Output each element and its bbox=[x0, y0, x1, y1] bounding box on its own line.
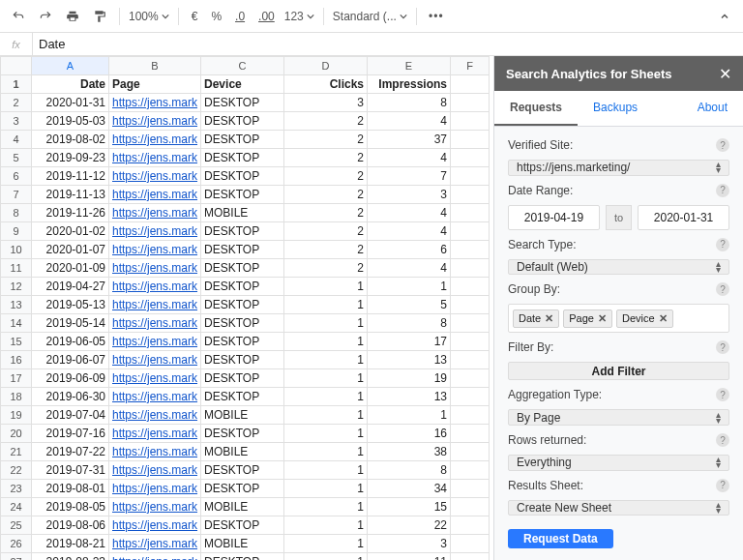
cell[interactable] bbox=[451, 443, 490, 461]
cell[interactable]: 34 bbox=[368, 480, 451, 498]
cell[interactable]: 3 bbox=[368, 535, 451, 553]
cell[interactable] bbox=[451, 167, 490, 186]
cell[interactable]: 2019-09-23 bbox=[32, 149, 109, 167]
group-by-chip[interactable]: Date✕ bbox=[513, 309, 559, 328]
cell[interactable] bbox=[451, 388, 490, 406]
chip-remove-icon[interactable]: ✕ bbox=[659, 312, 668, 325]
help-icon[interactable]: ? bbox=[716, 238, 729, 251]
row-header[interactable]: 21 bbox=[1, 443, 32, 461]
cell[interactable] bbox=[451, 333, 490, 351]
help-icon[interactable]: ? bbox=[716, 138, 729, 152]
cell[interactable]: DESKTOP bbox=[201, 112, 284, 131]
cell[interactable]: 2019-06-30 bbox=[32, 388, 109, 406]
cell[interactable]: 1 bbox=[284, 425, 368, 443]
rows-returned-select[interactable]: Everything▴▾ bbox=[508, 455, 729, 471]
cell[interactable]: DESKTOP bbox=[201, 131, 284, 149]
cell[interactable]: DESKTOP bbox=[201, 333, 284, 351]
cell[interactable]: 1 bbox=[284, 443, 368, 461]
row-header[interactable]: 17 bbox=[1, 369, 32, 388]
cell[interactable]: 2019-08-23 bbox=[32, 553, 109, 561]
cell[interactable]: MOBILE bbox=[201, 535, 284, 553]
cell[interactable]: 22 bbox=[368, 516, 451, 535]
cell[interactable]: 2 bbox=[284, 204, 368, 222]
undo-icon[interactable] bbox=[8, 6, 29, 27]
row-header[interactable]: 3 bbox=[1, 112, 32, 131]
cell[interactable]: 1 bbox=[284, 535, 368, 553]
page-link[interactable]: https://jens.mark bbox=[112, 261, 197, 275]
header-cell[interactable]: Device bbox=[201, 75, 284, 94]
cell[interactable]: https://jens.mark bbox=[109, 296, 201, 314]
cell[interactable]: 8 bbox=[368, 314, 451, 333]
cell[interactable]: 19 bbox=[368, 369, 451, 388]
cell[interactable]: DESKTOP bbox=[201, 516, 284, 535]
row-header[interactable]: 19 bbox=[1, 406, 32, 425]
cell[interactable] bbox=[451, 369, 490, 388]
cell[interactable]: DESKTOP bbox=[201, 314, 284, 333]
page-link[interactable]: https://jens.mark bbox=[112, 463, 197, 477]
cell[interactable]: https://jens.mark bbox=[109, 204, 201, 222]
cell[interactable]: DESKTOP bbox=[201, 167, 284, 186]
cell[interactable] bbox=[451, 535, 490, 553]
help-icon[interactable]: ? bbox=[716, 184, 729, 197]
cell[interactable]: MOBILE bbox=[201, 204, 284, 222]
cell[interactable]: 2019-04-27 bbox=[32, 278, 109, 296]
page-link[interactable]: https://jens.mark bbox=[112, 390, 197, 403]
cell[interactable]: https://jens.mark bbox=[109, 369, 201, 388]
cell[interactable]: https://jens.mark bbox=[109, 461, 201, 480]
cell[interactable]: 1 bbox=[284, 296, 368, 314]
cell[interactable]: 1 bbox=[284, 516, 368, 535]
cell[interactable]: 5 bbox=[368, 296, 451, 314]
group-by-chips[interactable]: Date✕Page✕Device✕ bbox=[508, 304, 729, 333]
cell[interactable]: DESKTOP bbox=[201, 553, 284, 561]
page-link[interactable]: https://jens.mark bbox=[112, 114, 197, 128]
cell[interactable]: 2019-07-04 bbox=[32, 406, 109, 425]
cell[interactable] bbox=[451, 351, 490, 369]
cell[interactable]: 2019-08-21 bbox=[32, 535, 109, 553]
cell[interactable]: 2020-01-09 bbox=[32, 259, 109, 278]
cell[interactable]: https://jens.mark bbox=[109, 314, 201, 333]
cell[interactable]: 2019-07-16 bbox=[32, 425, 109, 443]
cell[interactable]: https://jens.mark bbox=[109, 186, 201, 204]
cell[interactable] bbox=[451, 94, 490, 112]
cell[interactable]: 13 bbox=[368, 351, 451, 369]
cell[interactable] bbox=[451, 553, 490, 561]
cell[interactable]: 2019-06-07 bbox=[32, 351, 109, 369]
cell[interactable]: https://jens.mark bbox=[109, 480, 201, 498]
cell[interactable]: 4 bbox=[368, 112, 451, 131]
cell[interactable] bbox=[451, 498, 490, 516]
cell[interactable]: 2 bbox=[284, 149, 368, 167]
results-sheet-select[interactable]: Create New Sheet▴▾ bbox=[508, 500, 729, 516]
cell[interactable]: 1 bbox=[284, 461, 368, 480]
header-cell[interactable]: Impressions bbox=[368, 75, 451, 94]
cell[interactable]: DESKTOP bbox=[201, 259, 284, 278]
row-header[interactable]: 16 bbox=[1, 351, 32, 369]
cell[interactable]: 1 bbox=[284, 388, 368, 406]
col-header-B[interactable]: B bbox=[109, 57, 201, 75]
cell[interactable]: https://jens.mark bbox=[109, 241, 201, 259]
page-link[interactable]: https://jens.mark bbox=[112, 188, 197, 201]
cell[interactable] bbox=[451, 406, 490, 425]
row-header[interactable]: 22 bbox=[1, 461, 32, 480]
cell[interactable]: 7 bbox=[368, 167, 451, 186]
header-cell[interactable]: Date bbox=[32, 75, 109, 94]
cell[interactable]: https://jens.mark bbox=[109, 406, 201, 425]
page-link[interactable]: https://jens.mark bbox=[112, 537, 197, 550]
cell[interactable]: 2 bbox=[284, 259, 368, 278]
row-header[interactable]: 9 bbox=[1, 222, 32, 241]
cell[interactable] bbox=[451, 222, 490, 241]
row-header[interactable]: 20 bbox=[1, 425, 32, 443]
add-filter-button[interactable]: Add Filter bbox=[508, 362, 729, 380]
cell[interactable]: https://jens.mark bbox=[109, 388, 201, 406]
tab-backups[interactable]: Backups bbox=[578, 91, 653, 126]
cell[interactable] bbox=[451, 149, 490, 167]
page-link[interactable]: https://jens.mark bbox=[112, 427, 197, 440]
cell[interactable]: 1 bbox=[284, 278, 368, 296]
row-header[interactable]: 15 bbox=[1, 333, 32, 351]
currency-format-button[interactable]: € bbox=[188, 10, 202, 23]
cell[interactable]: 2 bbox=[284, 131, 368, 149]
cell[interactable]: 2 bbox=[284, 112, 368, 131]
header-cell[interactable]: Clicks bbox=[284, 75, 368, 94]
row-header[interactable]: 12 bbox=[1, 278, 32, 296]
cell[interactable]: 1 bbox=[368, 278, 451, 296]
search-type-select[interactable]: Default (Web)▴▾ bbox=[508, 259, 729, 276]
